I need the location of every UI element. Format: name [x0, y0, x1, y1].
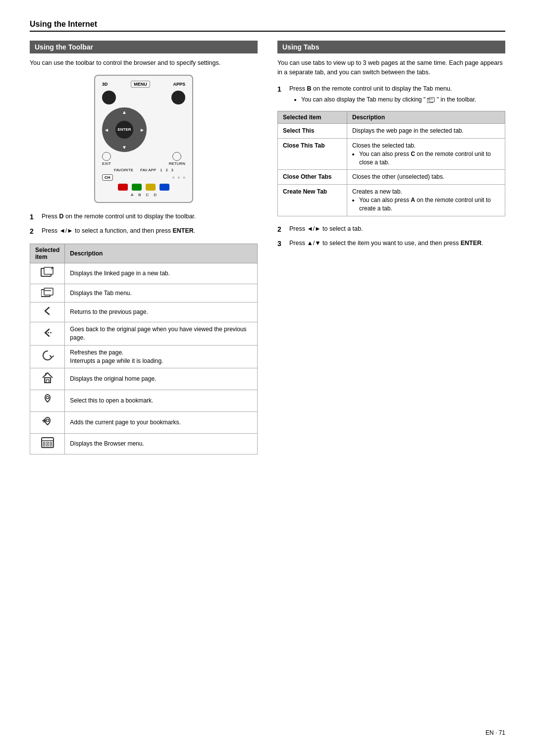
tabs-col-item: Selected item — [278, 111, 347, 124]
desc-tab-menu: Displays the Tab menu. — [65, 284, 258, 302]
remote-exit-return-row: EXIT RETURN — [102, 152, 185, 166]
remote-num-buttons: ○ ○ ○ — [172, 175, 185, 180]
icon-bookmark — [30, 390, 65, 412]
table-row: Displays the Tab menu. — [30, 284, 258, 302]
left-column: Using the Toolbar You can use the toolba… — [30, 41, 258, 462]
table-row: Close This Tab Closes the selected tab. … — [278, 139, 505, 170]
desc-select-this: Displays the web page in the selected ta… — [347, 124, 505, 139]
desc-create-tab: Creates a new tab. You can also press A … — [347, 185, 505, 216]
remote-green-button — [132, 184, 142, 191]
item-close-other: Close Other Tabs — [278, 170, 347, 185]
remote-control: 3D MENU APPS ▲ ▼ ◄ ► ENTER — [94, 75, 193, 203]
page-number: EN · 71 — [485, 729, 505, 736]
label-c: C — [146, 193, 149, 197]
step2-number: 2 — [30, 226, 39, 237]
bold-c: C — [411, 151, 415, 157]
svg-rect-22 — [50, 445, 52, 446]
dpad-left-arrow: ◄ — [104, 127, 109, 132]
label-d: D — [154, 193, 157, 197]
table-header-row: Selected item Description — [30, 244, 258, 263]
svg-point-12 — [46, 419, 49, 421]
page-title: Using the Internet — [30, 20, 505, 32]
tabs-step1-bold-b: B — [307, 85, 311, 92]
remote-top-buttons — [102, 91, 185, 104]
desc-new-tab: Displays the linked page in a new tab. — [65, 263, 258, 284]
step3-enter: ENTER — [461, 240, 482, 247]
desc-add-bookmark: Adds the current page to your bookmarks. — [65, 411, 258, 433]
toolbar-description: You can use the toolbar to control the b… — [30, 58, 258, 68]
remote-blue-button — [160, 184, 169, 191]
tabs-table-header-row: Selected item Description — [278, 111, 505, 124]
icon-original — [30, 322, 65, 346]
tabs-description: You can use tabs to view up to 3 web pag… — [277, 58, 505, 77]
table-row: Returns to the previous page. — [30, 302, 258, 322]
label-b: B — [138, 193, 141, 197]
svg-rect-20 — [43, 445, 45, 446]
remote-ch-row: CH ○ ○ ○ — [102, 174, 185, 181]
icon-tab-menu — [30, 284, 65, 302]
tabs-step3-number: 3 — [277, 239, 286, 249]
table-row: Create New Tab Creates a new tab. You ca… — [278, 185, 505, 216]
fav-app-label: FAV APP — [140, 168, 156, 172]
desc-create-tab-sub: You can also press A on the remote contr… — [359, 196, 500, 213]
remote-num-1: ○ — [172, 175, 174, 180]
fav-label: FAVORITE — [114, 168, 133, 172]
toolbar-steps: 1 Press D on the remote control unit to … — [30, 212, 258, 237]
tabs-steps: 1 Press B on the remote control unit to … — [277, 84, 505, 104]
svg-rect-19 — [50, 442, 52, 444]
toolbar-step-1: 1 Press D on the remote control unit to … — [30, 212, 258, 222]
remote-apps-label: APPS — [173, 82, 185, 87]
return-label: RETURN — [169, 161, 185, 166]
desc-close-tab-sub: You can also press C on the remote contr… — [359, 150, 500, 167]
fav-nums: 1 2 3 — [160, 168, 173, 172]
desc-home: Displays the original home page. — [65, 368, 258, 390]
exit-label: EXIT — [102, 161, 111, 166]
tabs-remaining-steps: 2 Press ◄/► to select a tab. 3 Press ▲/▼… — [277, 224, 505, 249]
svg-rect-4 — [44, 288, 53, 295]
step2-content: Press ◄/► to select a function, and then… — [42, 226, 195, 237]
tabs-step-2: 2 Press ◄/► to select a tab. — [277, 224, 505, 235]
table-row: Displays the Browser menu. — [30, 433, 258, 454]
desc-bookmark: Select this to open a bookmark. — [65, 390, 258, 412]
label-a: A — [131, 193, 133, 197]
table-row: Refreshes the page.Interrupts a page whi… — [30, 345, 258, 368]
right-column: Using Tabs You can use tabs to view up t… — [277, 41, 505, 462]
tabs-col-desc: Description — [347, 111, 505, 124]
dpad-up-arrow: ▲ — [122, 109, 127, 115]
svg-rect-18 — [47, 442, 49, 444]
toolbar-section-header: Using the Toolbar — [30, 41, 258, 53]
remote-enter-button: ENTER — [115, 121, 133, 139]
tabs-step1-content: Press B on the remote control unit to di… — [289, 84, 476, 104]
remote-fav-row: FAVORITE FAV APP 1 2 3 — [102, 168, 185, 172]
remote-dpad: ▲ ▼ ◄ ► ENTER — [102, 107, 147, 152]
svg-rect-7 — [45, 378, 51, 383]
icon-back — [30, 302, 65, 322]
tabs-step-3: 3 Press ▲/▼ to select the item you want … — [277, 239, 505, 249]
remote-ch-button: CH — [102, 174, 113, 181]
desc-browser-menu: Displays the Browser menu. — [65, 433, 258, 454]
table-row: Adds the current page to your bookmarks. — [30, 411, 258, 433]
step1-content: Press D on the remote control unit to di… — [42, 212, 196, 222]
icon-new-tab — [30, 263, 65, 284]
tabs-step1-sub: You can also display the Tab menu by cli… — [294, 95, 476, 104]
desc-close-other: Closes the other (unselected) tabs. — [347, 170, 505, 185]
remote-yellow-button — [146, 184, 156, 191]
remote-menu-label: MENU — [131, 81, 150, 88]
remote-color-buttons — [102, 184, 185, 191]
col-description: Description — [65, 244, 258, 263]
table-row: Select this to open a bookmark. — [30, 390, 258, 412]
tabs-step2-number: 2 — [277, 224, 286, 235]
svg-rect-17 — [43, 442, 45, 444]
tabs-section-header: Using Tabs — [277, 41, 505, 53]
svg-point-11 — [46, 397, 49, 399]
tabs-step-1: 1 Press B on the remote control unit to … — [277, 84, 505, 104]
remote-exit-button: EXIT — [102, 152, 111, 166]
desc-close-tab: Closes the selected tab. You can also pr… — [347, 139, 505, 170]
icon-browser-menu — [30, 433, 65, 454]
icon-home — [30, 368, 65, 390]
item-create-tab: Create New Tab — [278, 185, 347, 216]
remote-color-labels: A B C D — [102, 193, 185, 197]
remote-3d-button — [102, 91, 116, 104]
icon-add-bookmark — [30, 411, 65, 433]
dpad-right-arrow: ► — [140, 127, 145, 132]
